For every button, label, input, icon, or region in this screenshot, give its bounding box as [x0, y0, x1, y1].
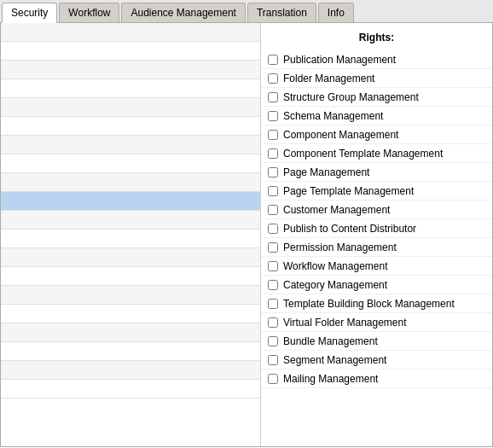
list-item[interactable]: [1, 323, 260, 342]
checkbox-virtual-folder-mgmt[interactable]: [268, 317, 278, 328]
rights-panel: Rights: Publication ManagementFolder Man…: [261, 23, 492, 446]
tab-info[interactable]: Info: [318, 3, 354, 22]
rights-item-tmpl-building-block: Template Building Block Management: [261, 294, 492, 313]
list-item[interactable]: [1, 286, 260, 305]
label-virtual-folder-mgmt[interactable]: Virtual Folder Management: [283, 317, 407, 329]
checkbox-segment-mgmt[interactable]: [268, 355, 278, 365]
checkbox-customer-mgmt[interactable]: [268, 205, 278, 215]
rights-header: Rights:: [261, 27, 492, 50]
tab-translation[interactable]: Translation: [247, 3, 316, 22]
label-publish-content-dist[interactable]: Publish to Content Distributor: [283, 223, 416, 235]
rights-item-workflow-mgmt: Workflow Management: [261, 257, 492, 276]
list-item[interactable]: [1, 305, 260, 323]
checkbox-workflow-mgmt[interactable]: [268, 261, 278, 271]
rights-item-schema-mgmt: Schema Management: [261, 107, 492, 125]
list-item[interactable]: [1, 79, 260, 98]
rights-item-struct-grp-mgmt: Structure Group Management: [261, 88, 492, 107]
checkbox-page-mgmt[interactable]: [268, 167, 278, 177]
list-item[interactable]: [1, 154, 260, 173]
label-permission-mgmt[interactable]: Permission Management: [283, 241, 397, 253]
label-page-tmpl-mgmt[interactable]: Page Template Management: [283, 185, 414, 197]
list-item[interactable]: [1, 211, 260, 230]
checkbox-page-tmpl-mgmt[interactable]: [268, 186, 278, 196]
rights-item-page-mgmt: Page Management: [261, 163, 492, 182]
label-customer-mgmt[interactable]: Customer Management: [283, 204, 390, 216]
label-mailing-mgmt[interactable]: Mailing Management: [283, 373, 378, 385]
label-struct-grp-mgmt[interactable]: Structure Group Management: [283, 91, 419, 103]
list-item[interactable]: [1, 192, 260, 211]
checkbox-component-tmpl-mgmt[interactable]: [268, 148, 278, 159]
label-bundle-mgmt[interactable]: Bundle Management: [283, 335, 378, 347]
checkbox-folder-mgmt[interactable]: [268, 73, 278, 84]
list-item[interactable]: [1, 61, 260, 79]
label-tmpl-building-block[interactable]: Template Building Block Management: [283, 298, 455, 310]
label-component-mgmt[interactable]: Component Management: [283, 129, 398, 141]
rights-item-folder-mgmt: Folder Management: [261, 69, 492, 88]
tab-workflow[interactable]: Workflow: [59, 3, 119, 22]
label-folder-mgmt[interactable]: Folder Management: [283, 73, 374, 84]
rights-item-customer-mgmt: Customer Management: [261, 201, 492, 219]
checkbox-struct-grp-mgmt[interactable]: [268, 92, 278, 102]
checkbox-pub-mgmt[interactable]: [268, 55, 278, 65]
rights-item-component-mgmt: Component Management: [261, 125, 492, 144]
list-item[interactable]: [1, 267, 260, 286]
rights-item-bundle-mgmt: Bundle Management: [261, 332, 492, 351]
rights-item-component-tmpl-mgmt: Component Template Management: [261, 144, 492, 163]
label-category-mgmt[interactable]: Category Management: [283, 279, 387, 291]
list-item[interactable]: [1, 136, 260, 154]
rights-item-pub-mgmt: Publication Management: [261, 50, 492, 69]
rights-item-category-mgmt: Category Management: [261, 276, 492, 294]
rights-item-virtual-folder-mgmt: Virtual Folder Management: [261, 313, 492, 332]
label-workflow-mgmt[interactable]: Workflow Management: [283, 260, 388, 272]
rights-item-segment-mgmt: Segment Management: [261, 351, 492, 369]
list-item[interactable]: [1, 380, 260, 399]
list-item[interactable]: [1, 98, 260, 117]
checkbox-mailing-mgmt[interactable]: [268, 374, 278, 384]
list-item[interactable]: [1, 230, 260, 248]
checkbox-schema-mgmt[interactable]: [268, 111, 278, 121]
list-item[interactable]: [1, 23, 260, 42]
list-item[interactable]: [1, 117, 260, 136]
checkbox-publish-content-dist[interactable]: [268, 224, 278, 234]
rights-item-page-tmpl-mgmt: Page Template Management: [261, 182, 492, 201]
label-schema-mgmt[interactable]: Schema Management: [283, 110, 383, 122]
label-component-tmpl-mgmt[interactable]: Component Template Management: [283, 148, 443, 160]
checkbox-component-mgmt[interactable]: [268, 130, 278, 140]
tab-bar: SecurityWorkflowAudience ManagementTrans…: [0, 0, 493, 23]
checkbox-category-mgmt[interactable]: [268, 280, 278, 290]
list-item[interactable]: [1, 173, 260, 192]
label-pub-mgmt[interactable]: Publication Management: [283, 54, 396, 66]
checkbox-permission-mgmt[interactable]: [268, 242, 278, 253]
rights-item-permission-mgmt: Permission Management: [261, 238, 492, 257]
list-item[interactable]: [1, 248, 260, 267]
checkbox-bundle-mgmt[interactable]: [268, 336, 278, 346]
tab-audience-management[interactable]: Audience Management: [121, 3, 245, 22]
rights-item-publish-content-dist: Publish to Content Distributor: [261, 219, 492, 238]
checkbox-tmpl-building-block[interactable]: [268, 299, 278, 309]
label-page-mgmt[interactable]: Page Management: [283, 166, 369, 178]
main-content: Rights: Publication ManagementFolder Man…: [0, 23, 493, 447]
rights-item-mailing-mgmt: Mailing Management: [261, 369, 492, 388]
list-item[interactable]: [1, 42, 260, 61]
left-panel: [1, 23, 261, 446]
tab-security[interactable]: Security: [2, 3, 57, 23]
list-item[interactable]: [1, 361, 260, 380]
label-segment-mgmt[interactable]: Segment Management: [283, 354, 386, 366]
list-item[interactable]: [1, 342, 260, 361]
